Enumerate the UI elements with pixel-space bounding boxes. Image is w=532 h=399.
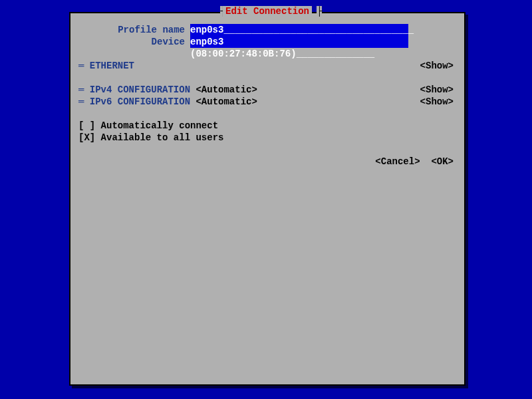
dialog-title: Edit Connection	[223, 6, 312, 17]
ethernet-label: ETHERNET	[84, 60, 134, 72]
device-label: Device	[78, 36, 190, 48]
ipv6-value[interactable]: <Automatic>	[190, 96, 257, 108]
device-input[interactable]: enp0s3 (08:00:27:48:0B:76)______________	[190, 36, 408, 48]
ethernet-section: ═ ETHERNET <Show>	[78, 60, 456, 72]
dialog-content: Profile name enp0s3_____________________…	[70, 13, 464, 178]
title-rule-right: ├	[317, 6, 322, 17]
all-users-checkbox[interactable]: [X] Available to all users	[78, 132, 456, 144]
profile-name-row: Profile name enp0s3_____________________…	[78, 24, 456, 36]
device-row: Device enp0s3 (08:00:27:48:0B:76)_______…	[78, 36, 456, 48]
spacer	[78, 72, 456, 84]
cancel-button[interactable]: <Cancel>	[375, 156, 420, 167]
ipv6-show-button[interactable]: <Show>	[420, 96, 456, 108]
ipv6-label: IPv6 CONFIGURATION	[84, 96, 190, 108]
action-buttons: <Cancel> <OK>	[78, 156, 456, 168]
ethernet-prefix: ═	[78, 60, 84, 72]
ipv4-label: IPv4 CONFIGURATION	[84, 84, 190, 96]
auto-connect-checkbox[interactable]: [ ] Automatically connect	[78, 120, 456, 132]
profile-name-input[interactable]: enp0s3__________________________________	[190, 24, 408, 36]
ipv4-prefix: ═	[78, 84, 84, 96]
ipv6-section: ═ IPv6 CONFIGURATION <Automatic> <Show>	[78, 96, 456, 108]
ok-button[interactable]: <OK>	[426, 156, 454, 167]
ipv4-value[interactable]: <Automatic>	[190, 84, 257, 96]
ethernet-show-button[interactable]: <Show>	[420, 60, 456, 72]
ipv4-section: ═ IPv4 CONFIGURATION <Automatic> <Show>	[78, 84, 456, 96]
title-bar: ┤ Edit Connection ├	[70, 12, 464, 13]
ipv4-show-button[interactable]: <Show>	[420, 84, 456, 96]
profile-name-label: Profile name	[78, 24, 190, 36]
edit-connection-dialog: ┤ Edit Connection ├ Profile name enp0s3_…	[69, 12, 466, 386]
spacer	[78, 108, 456, 120]
ipv6-prefix: ═	[78, 96, 84, 108]
